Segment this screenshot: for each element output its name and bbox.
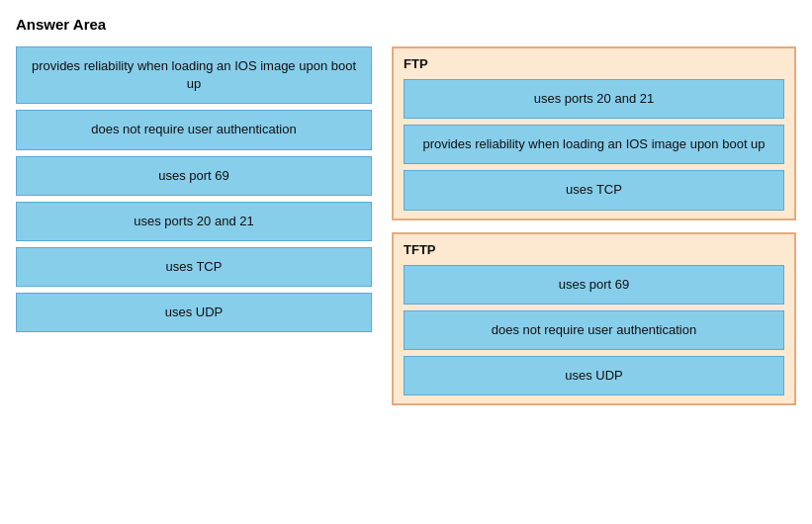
source-item-3[interactable]: uses ports 20 and 21: [16, 202, 372, 241]
drop-item-1-2[interactable]: uses UDP: [404, 356, 784, 395]
drop-column: FTPuses ports 20 and 21provides reliabil…: [392, 46, 796, 405]
drop-item-0-2[interactable]: uses TCP: [404, 170, 784, 210]
source-item-4[interactable]: uses TCP: [16, 247, 372, 287]
page-title: Answer Area: [16, 16, 796, 33]
drop-zone-label-ftp: FTP: [404, 56, 784, 71]
source-item-1[interactable]: does not require user authentication: [16, 110, 372, 149]
drop-item-0-0[interactable]: uses ports 20 and 21: [404, 79, 784, 119]
source-item-5[interactable]: uses UDP: [16, 293, 372, 332]
page-container: Answer Area provides reliability when lo…: [16, 16, 796, 405]
drop-zone-ftp: FTPuses ports 20 and 21provides reliabil…: [392, 46, 796, 220]
source-column: provides reliability when loading an IOS…: [16, 46, 372, 332]
main-layout: provides reliability when loading an IOS…: [16, 46, 796, 405]
drop-item-1-1[interactable]: does not require user authentication: [404, 310, 784, 350]
drop-zone-tftp: TFTPuses port 69does not require user au…: [392, 232, 796, 406]
drop-item-1-0[interactable]: uses port 69: [404, 265, 784, 305]
source-item-2[interactable]: uses port 69: [16, 156, 372, 196]
drop-item-0-1[interactable]: provides reliability when loading an IOS…: [404, 125, 784, 164]
source-item-0[interactable]: provides reliability when loading an IOS…: [16, 46, 372, 104]
drop-zone-label-tftp: TFTP: [404, 242, 784, 257]
